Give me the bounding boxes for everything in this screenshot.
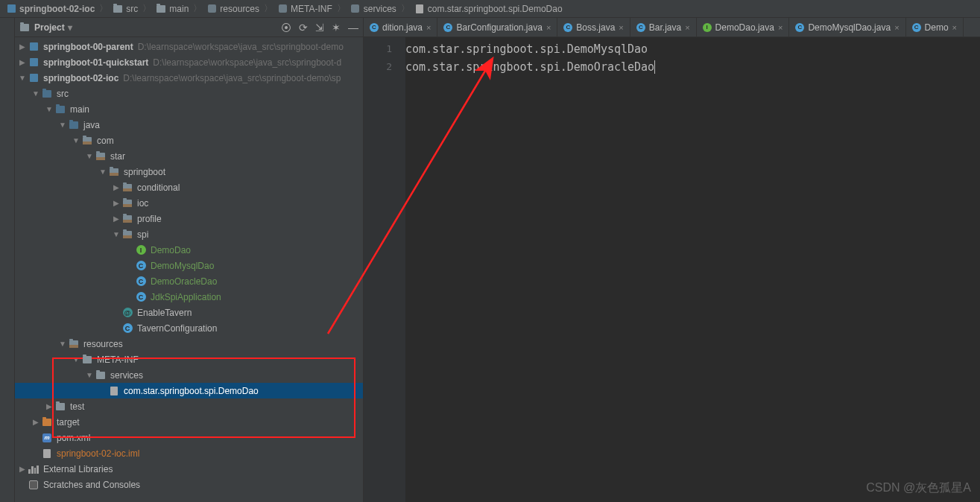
tree-row[interactable]: ▼resources xyxy=(15,336,363,352)
tool-window-stripe[interactable] xyxy=(0,18,15,502)
tree-path-dim: D:\learnspace\workspace\java_src\springb… xyxy=(123,73,341,83)
editor-area: Cdition.java×CBarConfiguration.java×CBos… xyxy=(364,18,980,502)
tree-row[interactable]: ▼META-INF xyxy=(15,352,363,367)
tree-row[interactable]: ▶conditional xyxy=(15,179,363,195)
tree-label: Scratches and Consoles xyxy=(43,480,140,490)
tree-row[interactable]: ▼main xyxy=(15,101,363,117)
c-blue-icon: C xyxy=(136,292,146,302)
tree-row[interactable]: ▶com.star.springboot.spi.DemoDao xyxy=(15,383,363,398)
file-icon xyxy=(109,386,119,396)
project-title-label: Project xyxy=(34,22,65,33)
tree-row[interactable]: ▶mpom.xml xyxy=(15,430,363,445)
bc-item[interactable]: resources xyxy=(205,4,261,14)
bc-text: src xyxy=(126,4,138,14)
tree-row[interactable]: ▶profile xyxy=(15,211,363,226)
tree-label: java xyxy=(83,120,100,130)
editor-tab[interactable]: IDemoDao.java× xyxy=(697,18,790,36)
tree-row[interactable]: ▶CTavernConfiguration xyxy=(15,320,363,336)
dir-blue-icon xyxy=(55,104,66,115)
dir-orange-icon xyxy=(42,417,52,428)
tree-row[interactable]: ▶springboot-02-ioc.iml xyxy=(15,445,363,461)
bc-item[interactable]: META-INF xyxy=(276,4,334,14)
line-gutter: 1 2 xyxy=(364,37,405,502)
code-area[interactable]: com.star.springboot.spi.DemoMysqlDao com… xyxy=(405,37,980,502)
filetype-icon: C xyxy=(636,23,645,32)
editor-tabs[interactable]: Cdition.java×CBarConfiguration.java×CBos… xyxy=(364,18,980,37)
bc-item[interactable]: com.star.springboot.spi.DemoDao xyxy=(413,4,564,14)
bc-sep: 〉 xyxy=(337,2,346,15)
locate-icon[interactable]: ⦿ xyxy=(281,22,291,34)
tree-row[interactable]: ▼src xyxy=(15,86,363,101)
tree-row[interactable]: ▼services xyxy=(15,367,363,383)
hide-icon[interactable]: — xyxy=(348,22,358,34)
tree-label: springboot-02-ioc.iml xyxy=(57,448,139,459)
tree-row[interactable]: ▼star xyxy=(15,148,363,164)
tree-label: pom.xml xyxy=(57,433,90,443)
dir-blue-icon xyxy=(42,89,52,99)
tree-label: TavernConfiguration xyxy=(137,323,217,334)
close-icon[interactable]: × xyxy=(894,23,899,32)
tree-row[interactable]: ▶CDemoMysqlDao xyxy=(15,258,363,273)
pkg-icon xyxy=(95,151,106,162)
bc-item[interactable]: services xyxy=(349,4,398,14)
close-icon[interactable]: × xyxy=(619,23,623,32)
tree-label: DemoOracleDao xyxy=(151,276,217,287)
tree-row[interactable]: ▶target xyxy=(15,414,363,430)
close-icon[interactable]: × xyxy=(778,23,783,32)
tree-row[interactable]: ▼com xyxy=(15,133,363,148)
bc-item[interactable]: src xyxy=(111,4,139,14)
dir-icon xyxy=(55,401,66,412)
editor-tab[interactable]: Cdition.java× xyxy=(364,18,437,36)
tree-row[interactable]: ▼java xyxy=(15,117,363,133)
bc-item[interactable]: main xyxy=(154,4,190,14)
editor-tab[interactable]: CDemo× xyxy=(906,18,964,36)
tree-row[interactable]: ▶Scratches and Consoles xyxy=(15,477,363,492)
tree-label: target xyxy=(57,417,80,428)
bc-item[interactable]: springboot-02-ioc xyxy=(4,4,96,14)
editor-tab[interactable]: CBoss.java× xyxy=(557,18,630,36)
tree-row[interactable]: ▶External Libraries xyxy=(15,461,363,477)
bc-text: com.star.springboot.spi.DemoDao xyxy=(428,4,563,14)
tree-row[interactable]: ▶ioc xyxy=(15,195,363,211)
reload-icon[interactable]: ⟳ xyxy=(299,22,308,34)
editor[interactable]: 1 2 com.star.springboot.spi.DemoMysqlDao… xyxy=(364,37,980,502)
tree-row[interactable]: ▶@EnableTavern xyxy=(15,305,363,320)
tab-label: DemoDao.java xyxy=(715,22,774,33)
tree-label: springboot-01-quickstart xyxy=(43,57,148,68)
tree-row[interactable]: ▶CDemoOracleDao xyxy=(15,273,363,289)
close-icon[interactable]: × xyxy=(426,23,431,32)
tree-label: ioc xyxy=(137,198,148,209)
tree-label: DemoMysqlDao xyxy=(151,261,214,271)
tree-row[interactable]: ▼spi xyxy=(15,226,363,242)
tree-label: src xyxy=(57,89,69,99)
dir-icon xyxy=(82,355,92,365)
filetype-icon: C xyxy=(370,23,379,32)
tree-row[interactable]: ▶springboot-00-parentD:\learnspace\works… xyxy=(15,39,363,54)
editor-tab[interactable]: CBarConfiguration.java× xyxy=(437,18,557,36)
pkg-icon xyxy=(69,339,79,349)
close-icon[interactable]: × xyxy=(546,23,551,32)
tree-row[interactable]: ▶CJdkSpiApplication xyxy=(15,289,363,305)
tree-row[interactable]: ▼springboot xyxy=(15,164,363,179)
tree-row[interactable]: ▶springboot-01-quickstartD:\learnspace\w… xyxy=(15,54,363,70)
tree-row[interactable]: ▶test xyxy=(15,398,363,414)
settings-icon[interactable]: ✶ xyxy=(332,22,341,34)
tab-label: Boss.java xyxy=(576,22,615,33)
bc-sep: 〉 xyxy=(264,2,273,15)
close-icon[interactable]: × xyxy=(952,23,957,32)
project-tree[interactable]: ▶springboot-00-parentD:\learnspace\works… xyxy=(15,37,363,502)
line-number: 1 xyxy=(364,40,392,58)
tree-label: profile xyxy=(137,214,162,224)
code-line: com.star.springboot.spi.DemoMysqlDao xyxy=(405,42,648,56)
editor-tab[interactable]: CBar.java× xyxy=(630,18,697,36)
filetype-icon: C xyxy=(795,23,804,32)
tree-row[interactable]: ▼springboot-02-iocD:\learnspace\workspac… xyxy=(15,70,363,86)
collapse-icon[interactable]: ⇲ xyxy=(315,22,324,34)
tree-row[interactable]: ▶IDemoDao xyxy=(15,242,363,258)
close-icon[interactable]: × xyxy=(685,23,689,32)
bc-text: META-INF xyxy=(291,4,332,14)
editor-tab[interactable]: CDemoMysqlDao.java× xyxy=(789,18,905,36)
project-title[interactable]: Project ▾ xyxy=(19,22,72,33)
dir-icon xyxy=(95,370,106,381)
watermark: CSDN @灰色孤星A xyxy=(866,480,971,496)
